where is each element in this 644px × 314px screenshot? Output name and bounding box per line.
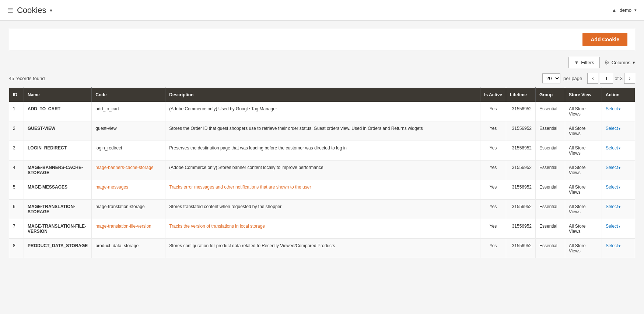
cell-description: Preserves the destination page that was … [165,141,480,161]
cell-id: 4 [9,161,24,180]
cell-code: mage-translation-storage [92,200,165,219]
cell-is-active: Yes [480,102,506,121]
cell-is-active: Yes [480,161,506,180]
hamburger-icon[interactable]: ☰ [7,6,13,14]
cell-is-active: Yes [480,141,506,161]
cell-group: Essential [536,121,565,141]
select-label: Select [606,145,618,151]
table-header-row: ID Name Code Description Is Active Lifet… [9,88,635,102]
cell-store-view: All Store Views [565,102,602,121]
cell-action: Select ▾ [602,200,635,219]
cell-code: add_to_cart [92,102,165,121]
per-page-label: per page [563,76,582,81]
cell-store-view: All Store Views [565,200,602,219]
cell-store-view: All Store Views [565,121,602,141]
cell-code[interactable]: mage-translation-file-version [92,219,165,239]
per-page-dropdown[interactable]: 20 30 50 [542,73,560,83]
cell-group: Essential [536,219,565,239]
cell-name: MAGE-TRANSLATION-STORAGE [24,200,92,219]
table-row: 3LOGIN_REDIRECTlogin_redirectPreserves t… [9,141,635,161]
select-arrow-icon: ▾ [619,166,620,170]
cell-store-view: All Store Views [565,219,602,239]
select-action-button[interactable]: Select ▾ [606,204,620,209]
cell-description[interactable]: Tracks error messages and other notifica… [165,180,480,200]
next-page-button[interactable]: › [624,73,635,84]
cell-id: 7 [9,219,24,239]
select-label: Select [606,106,618,111]
filter-icon: ▼ [574,60,579,65]
pagination: 20 30 50 per page ‹ of 3 › [542,73,635,84]
title-dropdown-icon[interactable]: ▾ [50,7,52,13]
filters-button[interactable]: ▼ Filters [568,57,599,68]
select-action-button[interactable]: Select ▾ [606,126,620,131]
add-cookie-button[interactable]: Add Cookie [582,33,627,46]
cell-description: Stores the Order ID that guest shoppers … [165,121,480,141]
columns-label: Columns [612,60,630,65]
cell-is-active: Yes [480,239,506,258]
cell-lifetime: 31556952 [506,141,536,161]
cell-group: Essential [536,161,565,180]
cell-group: Essential [536,102,565,121]
content-area: Add Cookie ▼ Filters ⚙ Columns ▾ 45 reco… [0,21,644,266]
cell-group: Essential [536,141,565,161]
select-label: Select [606,165,618,170]
cell-group: Essential [536,200,565,219]
cell-code[interactable]: mage-banners-cache-storage [92,161,165,180]
table-row: 7MAGE-TRANSLATION-FILE-VERSIONmage-trans… [9,219,635,239]
header-left: ☰ Cookies ▾ [7,6,52,15]
select-label: Select [606,204,618,209]
select-action-button[interactable]: Select ▾ [606,145,620,151]
select-action-button[interactable]: Select ▾ [606,165,620,170]
user-dropdown-icon[interactable]: ▾ [634,8,637,13]
cell-code[interactable]: mage-messages [92,180,165,200]
col-header-store-view: Store View [565,88,602,102]
select-action-button[interactable]: Select ▾ [606,184,620,190]
cell-lifetime: 31556952 [506,180,536,200]
cell-id: 8 [9,239,24,258]
table-row: 4MAGE-BANNERS-CACHE-STORAGEmage-banners-… [9,161,635,180]
cell-store-view: All Store Views [565,141,602,161]
select-arrow-icon: ▾ [619,127,620,131]
cell-action: Select ▾ [602,102,635,121]
select-action-button[interactable]: Select ▾ [606,224,620,229]
cell-description[interactable]: Tracks the version of translations in lo… [165,219,480,239]
select-arrow-icon: ▾ [619,107,620,111]
col-header-id: ID [9,88,24,102]
cell-action: Select ▾ [602,121,635,141]
cell-id: 3 [9,141,24,161]
cell-description: (Adobe Commerce only) Used by Google Tag… [165,102,480,121]
cell-action: Select ▾ [602,180,635,200]
cell-name: ADD_TO_CART [24,102,92,121]
select-arrow-icon: ▾ [619,146,620,150]
select-arrow-icon: ▾ [619,224,620,228]
page-number-input[interactable] [600,73,613,84]
columns-button[interactable]: ⚙ Columns ▾ [604,59,635,66]
cell-name: PRODUCT_DATA_STORAGE [24,239,92,258]
col-header-lifetime: Lifetime [506,88,536,102]
cell-lifetime: 31556952 [506,219,536,239]
select-action-button[interactable]: Select ▾ [606,243,620,248]
cell-store-view: All Store Views [565,239,602,258]
cell-store-view: All Store Views [565,180,602,200]
cell-lifetime: 31556952 [506,121,536,141]
cell-id: 2 [9,121,24,141]
cell-description: Stores configuration for product data re… [165,239,480,258]
select-label: Select [606,224,618,229]
cell-action: Select ▾ [602,219,635,239]
cookies-table: ID Name Code Description Is Active Lifet… [9,87,635,258]
prev-page-button[interactable]: ‹ [587,73,598,84]
filters-label: Filters [581,60,594,65]
records-pagination: 45 records found 20 30 50 per page ‹ of … [9,71,635,85]
cell-id: 6 [9,200,24,219]
cell-code: product_data_storage [92,239,165,258]
cell-name: LOGIN_REDIRECT [24,141,92,161]
cell-is-active: Yes [480,200,506,219]
select-action-button[interactable]: Select ▾ [606,106,620,111]
cell-code: login_redirect [92,141,165,161]
top-header: ☰ Cookies ▾ ▲ demo ▾ [0,0,644,21]
cell-description: Stores translated content when requested… [165,200,480,219]
user-icon: ▲ [612,7,617,13]
cell-lifetime: 31556952 [506,102,536,121]
page-nav: ‹ of 3 › [587,73,635,84]
header-right: ▲ demo ▾ [612,7,637,13]
